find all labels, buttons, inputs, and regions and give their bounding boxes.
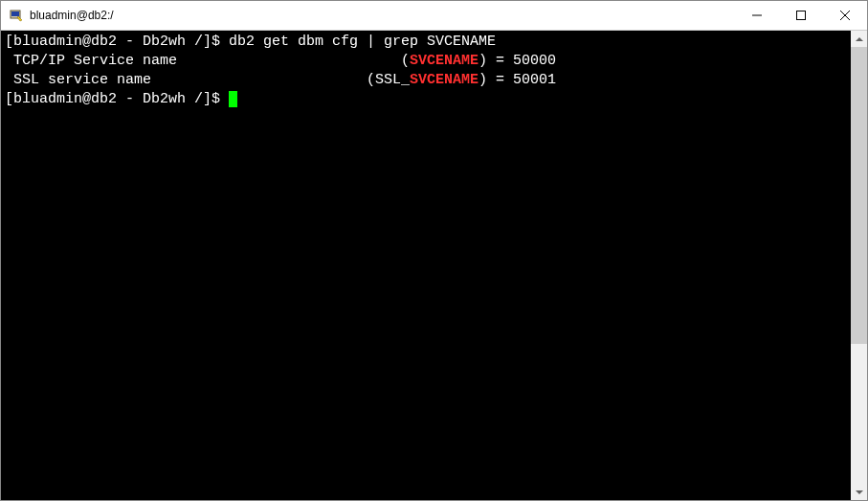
terminal-line: TCP/IP Service name (SVCENAME) = 50000 (5, 52, 847, 71)
svg-marker-6 (856, 37, 863, 41)
output-label: SSL service name (SSL_ (5, 72, 410, 88)
svg-marker-7 (856, 490, 863, 494)
terminal-container: [bluadmin@db2 - Db2wh /]$ db2 get dbm cf… (1, 31, 867, 500)
minimize-button[interactable] (735, 1, 779, 30)
output-value: ) = 50001 (479, 72, 556, 88)
output-value: ) = 50000 (479, 53, 556, 69)
window-titlebar: bluadmin@db2:/ (1, 1, 867, 31)
terminal-output[interactable]: [bluadmin@db2 - Db2wh /]$ db2 get dbm cf… (1, 31, 851, 500)
shell-prompt: [bluadmin@db2 - Db2wh /]$ (5, 34, 229, 50)
terminal-line: SSL service name (SSL_SVCENAME) = 50001 (5, 71, 847, 90)
scroll-up-arrow[interactable] (851, 31, 867, 47)
shell-prompt: [bluadmin@db2 - Db2wh /]$ (5, 91, 229, 107)
svg-rect-1 (11, 11, 19, 16)
maximize-button[interactable] (779, 1, 823, 30)
command-text: db2 get dbm cfg | grep SVCENAME (229, 34, 496, 50)
close-button[interactable] (823, 1, 867, 30)
vertical-scrollbar[interactable] (851, 31, 867, 500)
grep-match: SVCENAME (410, 53, 479, 69)
terminal-line: [bluadmin@db2 - Db2wh /]$ db2 get dbm cf… (5, 33, 847, 52)
grep-match: SVCENAME (410, 72, 479, 88)
output-label: TCP/IP Service name ( (5, 53, 410, 69)
putty-icon (9, 8, 24, 23)
window-controls (735, 1, 867, 30)
scroll-down-arrow[interactable] (851, 484, 867, 500)
terminal-line: [bluadmin@db2 - Db2wh /]$ (5, 90, 847, 109)
window-title: bluadmin@db2:/ (30, 9, 735, 22)
svg-rect-3 (797, 11, 806, 20)
terminal-cursor (229, 91, 237, 107)
scroll-thumb[interactable] (851, 47, 867, 344)
